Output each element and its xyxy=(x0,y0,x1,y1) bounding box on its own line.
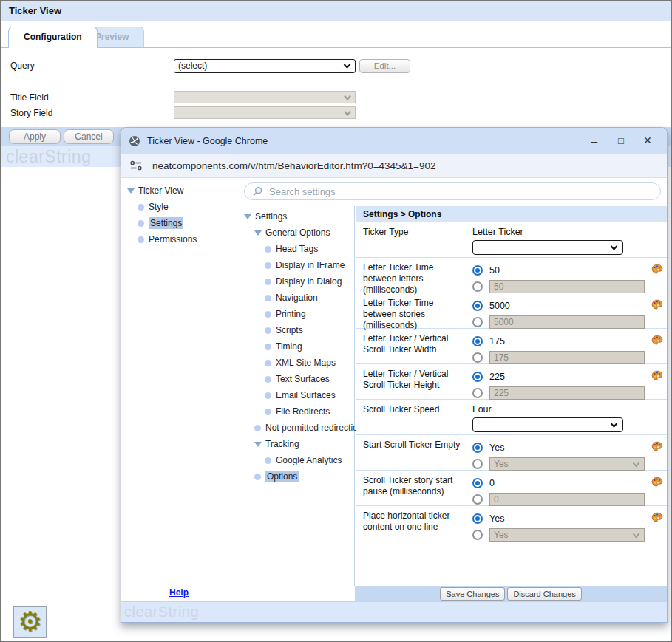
tree-item-tracking[interactable]: Tracking xyxy=(238,436,354,452)
tree-item-general-options[interactable]: General Options xyxy=(238,225,354,241)
search-icon xyxy=(252,186,263,197)
save-changes-button[interactable]: Save Changes xyxy=(440,587,505,601)
tree-item-scripts[interactable]: Scripts xyxy=(238,322,354,338)
tree-item-display-in-iframe[interactable]: Display in IFrame xyxy=(238,257,354,273)
url-text: neatcomponents.com/v/htm/BehaviorEditor.… xyxy=(152,160,436,171)
tree-item-label: XML Site Maps xyxy=(276,358,336,368)
address-bar[interactable]: neatcomponents.com/v/htm/BehaviorEditor.… xyxy=(121,154,667,178)
tree-item-label: Head Tags xyxy=(276,244,318,254)
setting-label: Scroll Ticker story start pause (millise… xyxy=(363,475,472,508)
options-panel: Settings > Options Ticker Type Letter Ti… xyxy=(356,206,667,586)
default-value-radio[interactable] xyxy=(472,443,483,453)
main-titlebar: Ticker View xyxy=(1,1,671,21)
tabs-divider xyxy=(1,47,671,48)
settings-gear-button[interactable]: ⚙ xyxy=(13,606,47,638)
manual-value-radio[interactable] xyxy=(472,281,483,292)
discard-changes-button[interactable]: Discard Changes xyxy=(507,587,581,601)
query-label: Query xyxy=(10,61,35,71)
tree-item-permissions[interactable]: Permissions xyxy=(121,231,237,247)
default-value-radio[interactable] xyxy=(472,513,483,524)
tree-item-display-in-dialog[interactable]: Display in Dialog xyxy=(238,273,354,290)
tree-item-options[interactable]: Options xyxy=(238,468,354,485)
tree-item-text-surfaces[interactable]: Text Surfaces xyxy=(238,371,354,387)
tree-item-head-tags[interactable]: Head Tags xyxy=(238,241,354,257)
tree-item-label: File Redirects xyxy=(276,406,330,417)
bullet-icon xyxy=(265,376,271,383)
tree-item-email-surfaces[interactable]: Email Surfaces xyxy=(238,387,354,403)
apply-button[interactable]: Apply xyxy=(9,129,61,144)
tree-item-settings[interactable]: Settings xyxy=(121,215,237,231)
tree-item-label: Options xyxy=(265,471,299,482)
default-value-radio[interactable] xyxy=(472,301,483,311)
tree-item-label: Not permitted redirection xyxy=(265,423,362,433)
tree-item-settings-root[interactable]: Settings xyxy=(238,208,354,225)
scroll-speed-select[interactable] xyxy=(472,417,623,432)
setting-current-value: Yes xyxy=(489,513,504,524)
chevron-down-icon xyxy=(343,110,352,117)
tab-configuration[interactable]: Configuration xyxy=(8,27,98,48)
manual-value-input xyxy=(489,351,645,364)
tree-item-style[interactable]: Style xyxy=(121,199,237,215)
minimize-button[interactable]: – xyxy=(581,128,608,154)
default-value-radio[interactable] xyxy=(472,265,483,276)
manual-value-radio[interactable] xyxy=(472,352,483,363)
tree-item-ticker-view[interactable]: Ticker View xyxy=(121,182,237,199)
tree-item-xml-site-maps[interactable]: XML Site Maps xyxy=(238,355,354,371)
setting-row-stories-time: Letter Ticker Time between stories (mill… xyxy=(356,293,667,329)
cancel-button[interactable]: Cancel xyxy=(64,129,114,144)
tree-item-file-redirects[interactable]: File Redirects xyxy=(238,403,354,420)
title-field-select xyxy=(174,91,356,103)
palette-icon[interactable] xyxy=(651,512,663,524)
search-input[interactable] xyxy=(269,186,660,197)
story-field-select xyxy=(174,106,356,119)
bullet-icon xyxy=(265,295,271,301)
bullet-icon xyxy=(138,204,144,211)
search-settings-bar[interactable] xyxy=(244,182,661,200)
setting-label: Letter Ticker Time between stories (mill… xyxy=(363,298,472,331)
palette-icon[interactable] xyxy=(651,477,663,488)
maximize-button[interactable]: □ xyxy=(608,128,634,154)
expander-icon[interactable] xyxy=(254,442,262,447)
tree-item-printing[interactable]: Printing xyxy=(238,306,354,322)
manual-value-input xyxy=(489,315,645,329)
ticker-type-select[interactable] xyxy=(472,240,623,255)
palette-icon[interactable] xyxy=(651,335,663,346)
expander-icon[interactable] xyxy=(254,230,262,236)
help-link[interactable]: Help xyxy=(169,587,189,598)
tree-item-timing[interactable]: Timing xyxy=(238,338,354,355)
dialog-title: Ticker View - Google Chrome xyxy=(147,136,581,146)
expander-icon[interactable] xyxy=(244,214,251,219)
bullet-icon xyxy=(138,220,144,227)
expander-icon[interactable] xyxy=(127,188,135,194)
close-button[interactable]: × xyxy=(634,128,661,154)
tree-item-label: General Options xyxy=(265,228,330,238)
manual-value-input xyxy=(489,280,645,293)
manual-value-input xyxy=(489,493,645,506)
setting-current-value: Letter Ticker xyxy=(472,227,648,237)
setting-row-start-empty: Start Scroll Ticker Empty Yes Yes xyxy=(356,435,667,471)
palette-icon[interactable] xyxy=(651,370,663,382)
tree-item-label: Ticker View xyxy=(138,185,183,196)
setting-row-ticker-width: Letter Ticker / Vertical Scroll Ticker W… xyxy=(356,329,667,364)
edit-button[interactable]: Edit... xyxy=(359,59,410,73)
bullet-icon xyxy=(265,392,271,399)
default-value-radio[interactable] xyxy=(472,478,483,488)
manual-value-select: Yes xyxy=(489,457,645,471)
tree-item-label: Settings xyxy=(149,217,183,229)
tree-item-not-permitted-redirection[interactable]: Not permitted redirection xyxy=(238,420,354,436)
palette-icon[interactable] xyxy=(651,264,663,276)
tree-item-label: Navigation xyxy=(276,293,318,303)
behavior-editor-dialog: Ticker View - Google Chrome – □ × neatco… xyxy=(121,127,668,623)
manual-value-radio[interactable] xyxy=(472,530,483,540)
manual-value-radio[interactable] xyxy=(472,317,483,327)
manual-value-radio[interactable] xyxy=(472,459,483,469)
manual-value-radio[interactable] xyxy=(472,494,483,505)
tree-item-navigation[interactable]: Navigation xyxy=(238,290,354,306)
manual-value-radio[interactable] xyxy=(472,388,483,398)
default-value-radio[interactable] xyxy=(472,372,483,382)
palette-icon[interactable] xyxy=(651,441,663,453)
query-select[interactable]: (select) xyxy=(174,59,356,73)
palette-icon[interactable] xyxy=(651,299,663,311)
default-value-radio[interactable] xyxy=(472,336,483,346)
tree-item-google-analytics[interactable]: Google Analytics xyxy=(238,452,354,468)
